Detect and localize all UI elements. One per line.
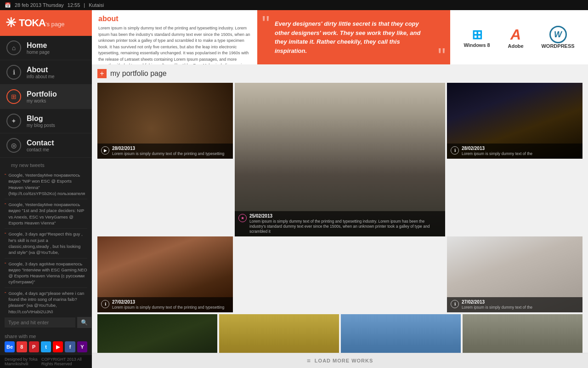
windows-brand: ⊞ Windows 8 bbox=[464, 27, 490, 48]
overlay-tank: ▶ 28/02/2013 Lorem ipsum is simply dummy… bbox=[97, 144, 233, 159]
top-date: 28 feb 2013 Thursday bbox=[15, 2, 64, 8]
overlay-date: 28/02/2013 bbox=[112, 146, 224, 151]
portfolio-item-monitor[interactable]: ★ 25/02/2013 Lorem ipsum is simply dummy… bbox=[235, 83, 445, 236]
tweet-text: Google, YesterdayМне понравилось видео "… bbox=[8, 172, 87, 196]
nav-blog-sub: my blog posts bbox=[27, 123, 55, 128]
share-title: share with me bbox=[5, 334, 87, 339]
portfolio-item-soldier-city[interactable]: ℹ 26/02/2013 Lorem ipsum is simply dummy… bbox=[463, 314, 582, 353]
wordpress-label: WORDPRESS bbox=[541, 43, 574, 49]
share-8track[interactable]: 8 bbox=[17, 341, 27, 352]
portfolio-item-room[interactable]: ℹ 27/02/2013 Lorem ipsum is simply dummy… bbox=[97, 236, 233, 312]
search-button[interactable]: 🔍 bbox=[77, 317, 91, 328]
tweet-5: " Google, 4 days ago"please where i can … bbox=[5, 288, 87, 313]
footer-credit: Designed by Toka Mamrikishvili COPYRIGHT… bbox=[0, 355, 92, 368]
overlay-desc: Lorem ipsum is simply dummy text of the … bbox=[249, 219, 441, 234]
load-more-label: LOAD MORE WORKS bbox=[315, 358, 373, 363]
portfolio-row-3: ℹ 26/02/2013 Lorem ipsum is simply dummy… bbox=[97, 314, 582, 353]
top-bar: 📅 28 feb 2013 Thursday 12:55 | Kutaisi bbox=[0, 0, 588, 10]
quote-close: " bbox=[438, 45, 446, 67]
calendar-icon: 📅 bbox=[5, 2, 11, 8]
about-panel: about Lorem Ipsum is simply dummy text o… bbox=[92, 10, 588, 64]
nav-blog-title: Blog bbox=[27, 114, 55, 123]
copyright: COPYRIGHT 2013 All Rights Reserved bbox=[41, 357, 87, 366]
share-yahoo[interactable]: Y bbox=[77, 341, 87, 352]
portfolio-section[interactable]: + my portfolio page ▶ 28/02/2013 Lorem i… bbox=[92, 64, 588, 353]
top-user: Kutaisi bbox=[89, 2, 104, 8]
separator: | bbox=[84, 2, 85, 8]
sidebar: ✳ TOKA's page ⌂ Home home page ℹ About i… bbox=[0, 10, 92, 368]
portfolio-item-gorilla[interactable]: ℹ 26/02/2013 Lorem ipsum is simply dummy… bbox=[97, 314, 217, 353]
sidebar-item-blog[interactable]: ✦ Blog my blog posts bbox=[0, 109, 92, 133]
overlay-desc: Lorem ipsum is simply dummy text of the bbox=[462, 151, 532, 156]
portfolio-icon: ⊞ bbox=[6, 89, 21, 104]
portfolio-item-girl-yellow[interactable]: 🔒 26/02/2013 Lorem ipsum is simply dummy… bbox=[219, 314, 339, 353]
portfolio-item-tank[interactable]: ▶ 28/02/2013 Lorem ipsum is simply dummy… bbox=[97, 83, 233, 159]
portfolio-item-sneaker[interactable]: ℹ 27/02/2013 Lorem ipsum is simply dummy… bbox=[447, 236, 582, 312]
logos-section: ⊞ Windows 8 A Adobe W WORDPRESS bbox=[450, 10, 588, 64]
main-layout: ✳ TOKA's page ⌂ Home home page ℹ About i… bbox=[0, 10, 588, 368]
share-pinterest[interactable]: P bbox=[29, 341, 39, 352]
portfolio-header: + my portfolio page bbox=[97, 69, 582, 78]
sidebar-item-home[interactable]: ⌂ Home home page bbox=[0, 36, 92, 60]
sidebar-item-about[interactable]: ℹ About info about me bbox=[0, 60, 92, 85]
quote-text: Every designers' dirty little secret is … bbox=[266, 19, 442, 55]
portfolio-item-cliff[interactable]: 🌐 26/02/2013 Lorem ipsum is simply dummy… bbox=[341, 314, 461, 353]
info-icon: ℹ bbox=[451, 146, 459, 155]
nav-portfolio-sub: my works bbox=[27, 98, 57, 104]
tweet-text: Google, 3 days ago"Respect this guy , he… bbox=[8, 231, 87, 255]
share-twitter[interactable]: t bbox=[41, 341, 51, 352]
about-text-section: about Lorem Ipsum is simply dummy text o… bbox=[92, 10, 257, 64]
add-portfolio-button[interactable]: + bbox=[97, 69, 107, 78]
share-behance[interactable]: Be bbox=[5, 341, 15, 352]
load-more-icon: ≡ bbox=[307, 357, 311, 364]
wordpress-icon: W bbox=[549, 26, 567, 43]
tweet-arrow: " bbox=[5, 201, 6, 226]
search-input[interactable] bbox=[5, 317, 75, 328]
logo-asterisk: ✳ bbox=[6, 17, 16, 29]
adobe-label: Adobe bbox=[508, 43, 523, 49]
content-area: about Lorem Ipsum is simply dummy text o… bbox=[92, 10, 588, 368]
play-icon: ▶ bbox=[101, 146, 109, 155]
overlay-date: 28/02/2013 bbox=[462, 146, 532, 151]
tweet-text: Google, YesterdayМне понравилось видео "… bbox=[8, 201, 87, 226]
wordpress-brand: W WORDPRESS bbox=[541, 26, 574, 49]
adobe-icon: A bbox=[510, 26, 521, 43]
nav-portfolio-title: Portfolio bbox=[27, 90, 57, 98]
load-more-button[interactable]: ≡ LOAD MORE WORKS bbox=[307, 357, 373, 364]
home-icon: ⌂ bbox=[6, 40, 21, 55]
sidebar-item-portfolio[interactable]: ⊞ Portfolio my works bbox=[0, 85, 92, 109]
logo-name: TOKA bbox=[19, 17, 45, 29]
tweet-arrow: " bbox=[5, 261, 6, 285]
portfolio-item-light-trail[interactable]: ℹ 28/02/2013 Lorem ipsum is simply dummy… bbox=[447, 83, 582, 159]
overlay-monitor: ★ 25/02/2013 Lorem ipsum is simply dummy… bbox=[235, 211, 445, 236]
tweet-arrow: " bbox=[5, 172, 6, 196]
overlay-desc: Lorem ipsum is simply dummy text of the bbox=[462, 305, 532, 310]
quote-section: " Every designers' dirty little secret i… bbox=[257, 10, 450, 64]
overlay-date: 27/02/2013 bbox=[462, 299, 532, 305]
search-bar: 🔍 bbox=[0, 313, 92, 332]
share-icons: Be 8 P t ▶ f Y bbox=[5, 341, 87, 352]
tweets-section: my new tweets " Google, YesterdayМне пон… bbox=[0, 158, 92, 313]
sidebar-logo: ✳ TOKA's page bbox=[0, 10, 92, 36]
sidebar-item-contact[interactable]: ◎ Contact contact me bbox=[0, 133, 92, 158]
overlay-date: 25/02/2013 bbox=[249, 213, 441, 219]
about-title: about bbox=[98, 15, 251, 23]
nav-home-sub: home page bbox=[27, 50, 50, 55]
quote-open: " bbox=[262, 13, 270, 35]
about-icon: ℹ bbox=[6, 65, 21, 80]
overlay-desc: Lorem ipsum is simply dummy text of the … bbox=[112, 151, 224, 156]
nav-home-title: Home bbox=[27, 41, 50, 50]
top-time: 12:55 bbox=[68, 2, 80, 8]
overlay-room: ℹ 27/02/2013 Lorem ipsum is simply dummy… bbox=[97, 297, 233, 312]
tweet-text: Google, 4 days ago"please where i can fo… bbox=[8, 290, 87, 313]
logo-suffix: 's page bbox=[45, 21, 65, 28]
tweet-text: Google, 3 days agoМне понравилось видео … bbox=[8, 261, 87, 285]
share-facebook[interactable]: f bbox=[65, 341, 75, 352]
overlay-date: 27/02/2013 bbox=[112, 299, 224, 305]
tweet-arrow: " bbox=[5, 231, 6, 255]
adobe-brand: A Adobe bbox=[508, 26, 523, 49]
share-youtube[interactable]: ▶ bbox=[53, 341, 63, 352]
star-icon: ★ bbox=[238, 214, 247, 222]
nav-about-title: About bbox=[27, 65, 55, 74]
nav-contact-sub: contact me bbox=[27, 147, 54, 152]
